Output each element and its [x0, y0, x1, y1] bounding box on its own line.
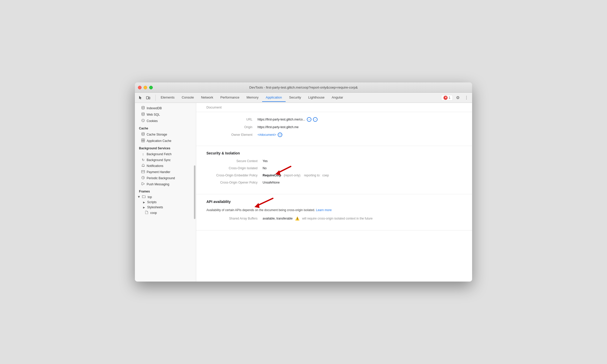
sidebar-item-periodic-bg[interactable]: Periodic Background: [135, 175, 196, 181]
coep-reporting-text: reporting to: coep: [304, 174, 329, 177]
coop-row: Cross-Origin Opener Policy UnsafeNone: [206, 181, 462, 184]
url-open-icon[interactable]: ↑: [313, 117, 318, 122]
cookies-icon: [141, 119, 145, 123]
learn-more-link[interactable]: Learn more: [316, 208, 332, 212]
tab-performance[interactable]: Performance: [217, 93, 243, 102]
svg-rect-10: [143, 139, 145, 140]
cross-origin-isolated-row: Cross-Origin Isolated No: [206, 166, 462, 170]
sidebar-item-bg-fetch[interactable]: ↕ Background Fetch: [135, 151, 196, 157]
notifications-label: Notifications: [147, 164, 163, 168]
toolbar-right: ✕ 1 ⚙ ⋮: [441, 94, 470, 101]
coop-file-icon: [145, 211, 148, 215]
bg-services-section-header: Background Services: [135, 145, 196, 151]
origin-value: https://first-party-test.glitch.me: [258, 125, 299, 129]
svg-line-17: [143, 178, 144, 178]
sidebar-item-push-messaging[interactable]: Push Messaging: [135, 181, 196, 187]
svg-point-2: [142, 106, 144, 107]
sidebar-coop-file[interactable]: coop: [135, 210, 196, 216]
document-label: Document: [206, 105, 221, 109]
device-icon: [146, 96, 150, 100]
bg-sync-icon: ↻: [141, 158, 145, 162]
scripts-triangle: ▶: [143, 201, 145, 204]
sidebar-item-indexeddb[interactable]: IndexedDB: [135, 105, 196, 111]
tab-application[interactable]: Application: [262, 93, 286, 102]
owner-element-info-icon[interactable]: ⓘ: [278, 132, 282, 137]
origin-row: Origin https://first-party-test.glitch.m…: [201, 125, 467, 129]
websql-icon: [141, 112, 145, 117]
cache-section-header: Cache: [135, 125, 196, 131]
close-button[interactable]: [138, 86, 142, 89]
push-messaging-label: Push Messaging: [147, 183, 169, 186]
url-copy-icon[interactable]: ○: [307, 117, 311, 122]
cache-storage-label: Cache Storage: [147, 133, 167, 136]
owner-element-link[interactable]: <#document>: [258, 133, 276, 137]
svg-point-5: [142, 120, 143, 120]
device-toolbar-button[interactable]: [145, 94, 152, 101]
coep-value: RequireCorp (report-only) reporting to: …: [263, 174, 329, 177]
tab-elements[interactable]: Elements: [157, 93, 178, 102]
payment-handler-icon: [141, 170, 145, 174]
tab-lighthouse[interactable]: Lighthouse: [305, 93, 328, 102]
more-button[interactable]: ⋮: [463, 94, 470, 101]
periodic-bg-icon: [141, 176, 145, 180]
toolbar-icons: [137, 94, 152, 101]
tab-angular[interactable]: Angular: [328, 93, 347, 102]
sidebar-item-payment-handler[interactable]: Payment Handler: [135, 169, 196, 175]
origin-label: Origin: [201, 125, 258, 129]
error-count-button[interactable]: ✕ 1: [441, 95, 453, 101]
cookies-label: Cookies: [147, 119, 158, 123]
main-content: IndexedDB Web SQL Cookies Cache C: [135, 103, 472, 282]
bg-fetch-icon: ↕: [141, 152, 145, 156]
sidebar-item-bg-sync[interactable]: ↻ Background Sync: [135, 157, 196, 163]
coop-value: UnsafeNone: [263, 181, 280, 184]
sidebar-frame-top[interactable]: ▶ top: [135, 194, 196, 200]
cache-storage-icon: [141, 132, 145, 137]
devtools-toolbar: Elements Console Network Performance Mem…: [135, 93, 472, 103]
secure-context-row: Secure Context Yes: [206, 159, 462, 163]
sidebar: IndexedDB Web SQL Cookies Cache C: [135, 103, 196, 282]
devtools-window: DevTools - first-party-test.glitch.me/co…: [135, 82, 472, 282]
minimize-button[interactable]: [144, 86, 147, 89]
sidebar-item-app-cache[interactable]: Application Cache: [135, 138, 196, 144]
cross-origin-isolated-label: Cross-Origin Isolated: [206, 166, 263, 170]
shared-buffers-row: Shared Array Buffers available, transfer…: [206, 216, 462, 221]
svg-rect-1: [149, 97, 150, 99]
app-cache-label: Application Cache: [147, 139, 171, 143]
svg-point-8: [142, 132, 144, 134]
maximize-button[interactable]: [149, 86, 153, 89]
owner-element-row: Owner Element <#document> ⓘ: [201, 132, 467, 137]
scripts-label: Scripts: [147, 200, 157, 204]
tab-console[interactable]: Console: [178, 93, 197, 102]
cursor-tool-button[interactable]: [137, 94, 144, 101]
coop-label: Cross-Origin Opener Policy: [206, 181, 263, 184]
tab-network[interactable]: Network: [197, 93, 217, 102]
shared-buffers-value: available, transferable ⚠️ will require …: [263, 216, 373, 221]
indexeddb-icon: [141, 106, 145, 110]
coop-label: coop: [150, 211, 157, 215]
sidebar-item-notifications[interactable]: Notifications: [135, 163, 196, 169]
expand-triangle: ▶: [138, 196, 141, 198]
sidebar-stylesheets[interactable]: ▶ Stylesheets: [135, 205, 196, 210]
security-section-title: Security & Isolation: [206, 151, 462, 155]
sidebar-scrollbar[interactable]: [194, 165, 195, 219]
sidebar-scripts[interactable]: ▶ Scripts: [135, 200, 196, 205]
app-cache-icon: [141, 139, 145, 143]
push-messaging-icon: [141, 182, 145, 186]
indexeddb-label: IndexedDB: [147, 106, 162, 110]
security-section: Security & Isolation Secure Context Yes …: [196, 146, 472, 194]
sidebar-item-websql[interactable]: Web SQL: [135, 111, 196, 118]
svg-rect-0: [146, 96, 148, 99]
sidebar-item-cookies[interactable]: Cookies: [135, 118, 196, 124]
url-row: URL https://first-party-test.glitch.me/c…: [201, 117, 467, 122]
sidebar-item-cache-storage[interactable]: Cache Storage: [135, 131, 196, 138]
document-info-section: URL https://first-party-test.glitch.me/c…: [196, 112, 472, 146]
settings-button[interactable]: ⚙: [454, 94, 461, 101]
tab-security[interactable]: Security: [286, 93, 305, 102]
svg-point-3: [142, 113, 144, 114]
folder-icon: [142, 195, 146, 199]
bg-sync-label: Background Sync: [147, 158, 171, 162]
window-controls: [138, 86, 153, 89]
error-icon: ✕: [443, 96, 448, 100]
tab-memory[interactable]: Memory: [243, 93, 262, 102]
frame-top-label: top: [148, 195, 152, 199]
